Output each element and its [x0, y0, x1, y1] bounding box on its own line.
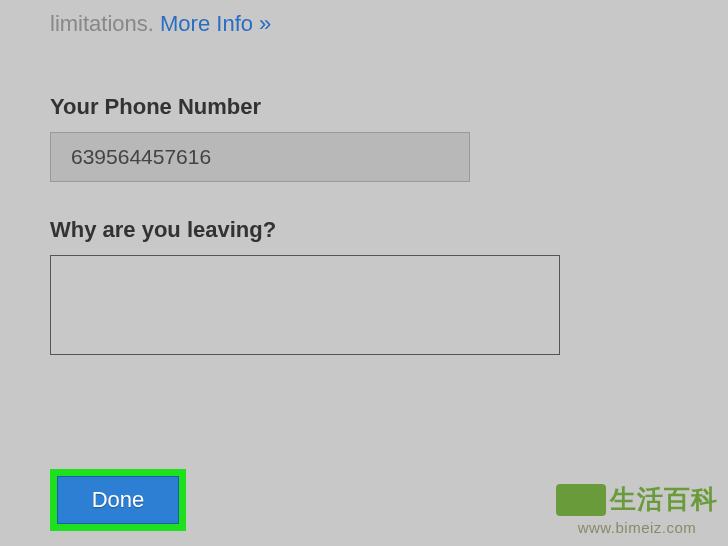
reason-label: Why are you leaving? — [50, 217, 678, 243]
done-button-label: Done — [92, 487, 145, 513]
watermark-top: 生活百科 — [556, 482, 718, 517]
watermark: 生活百科 www.bimeiz.com — [556, 482, 718, 536]
reason-textarea[interactable] — [50, 255, 560, 355]
intro-fragment: limitations. — [50, 11, 154, 36]
intro-text: limitations. More Info » — [50, 10, 678, 39]
more-info-link[interactable]: More Info » — [160, 11, 271, 36]
watermark-chars: 生活百科 — [610, 482, 718, 517]
watermark-logo-icon — [556, 484, 606, 516]
done-button-highlight: Done — [50, 469, 186, 531]
done-button[interactable]: Done — [57, 476, 179, 524]
phone-number-label: Your Phone Number — [50, 94, 678, 120]
watermark-url: www.bimeiz.com — [556, 519, 718, 536]
phone-number-input[interactable] — [50, 132, 470, 182]
